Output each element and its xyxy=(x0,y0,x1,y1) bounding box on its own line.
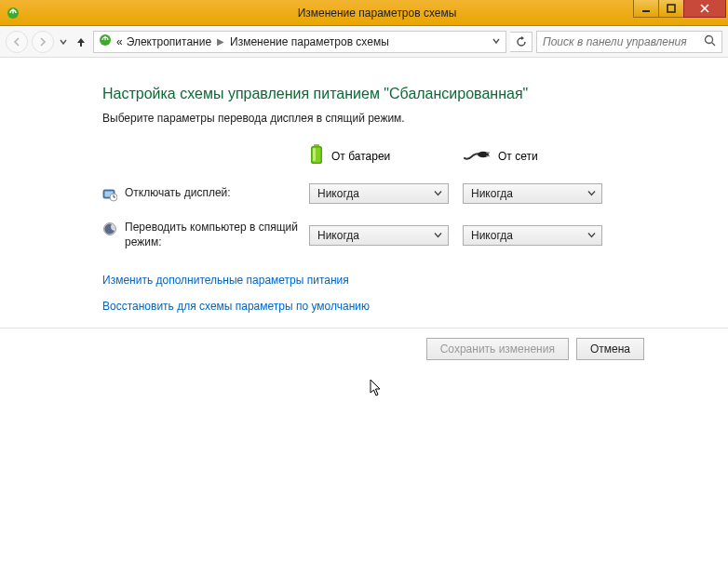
svg-rect-2 xyxy=(642,10,650,12)
column-battery: От батареи xyxy=(309,143,463,168)
breadcrumb-item-power[interactable]: Электропитание xyxy=(127,35,211,48)
plug-icon xyxy=(463,147,491,165)
maximize-button[interactable] xyxy=(658,0,684,18)
search-input[interactable] xyxy=(543,35,704,48)
display-off-plugged-value: Никогда xyxy=(471,187,513,200)
forward-button[interactable] xyxy=(32,31,54,53)
cancel-button[interactable]: Отмена xyxy=(576,338,644,360)
svg-point-6 xyxy=(706,35,713,43)
power-icon xyxy=(98,33,113,50)
display-off-battery-value: Никогда xyxy=(317,187,359,200)
breadcrumb-prefix: « xyxy=(116,35,123,48)
display-timer-icon xyxy=(102,187,117,202)
column-plugged: От сети xyxy=(463,143,616,168)
links-section: Изменить дополнительные параметры питани… xyxy=(102,274,626,313)
content-area: Настройка схемы управления питанием "Сба… xyxy=(0,58,728,313)
column-battery-label: От батареи xyxy=(331,150,390,163)
history-dropdown-icon[interactable] xyxy=(58,38,69,46)
navbar: « Электропитание ▶ Изменение параметров … xyxy=(0,26,728,58)
refresh-button[interactable] xyxy=(510,32,533,52)
breadcrumb-separator-icon: ▶ xyxy=(215,36,226,47)
row-display-off: Отключать дисплей: Никогда Никогда xyxy=(102,183,626,204)
svg-rect-13 xyxy=(486,153,490,154)
close-button[interactable] xyxy=(683,0,726,18)
sleep-plugged-select[interactable]: Никогда xyxy=(463,225,602,246)
page-heading: Настройка схемы управления питанием "Сба… xyxy=(102,86,626,102)
breadcrumb-item-edit-plan[interactable]: Изменение параметров схемы xyxy=(230,35,389,48)
search-box[interactable] xyxy=(536,31,722,53)
window-title: Изменение параметров схемы xyxy=(26,7,728,20)
app-icon xyxy=(0,6,26,20)
page-subtitle: Выберите параметры перевода дисплея в сп… xyxy=(102,112,626,125)
row-sleep: Переводить компьютер в спящий режим: Ник… xyxy=(102,221,626,249)
titlebar: Изменение параметров схемы xyxy=(0,0,728,26)
save-button[interactable]: Сохранить изменения xyxy=(426,338,569,360)
footer: Сохранить изменения Отмена xyxy=(0,328,728,360)
display-off-plugged-select[interactable]: Никогда xyxy=(463,183,602,204)
svg-rect-11 xyxy=(313,148,316,161)
sleep-plugged-value: Никогда xyxy=(471,229,513,242)
battery-icon xyxy=(309,143,324,168)
search-icon[interactable] xyxy=(704,34,716,50)
svg-line-7 xyxy=(712,42,716,46)
link-advanced-settings[interactable]: Изменить дополнительные параметры питани… xyxy=(102,274,626,287)
sleep-battery-select[interactable]: Никогда xyxy=(309,225,449,246)
chevron-down-icon xyxy=(587,229,596,242)
back-button[interactable] xyxy=(6,31,28,53)
address-dropdown-icon[interactable] xyxy=(491,37,502,47)
chevron-down-icon xyxy=(587,187,596,200)
row-display-off-label: Отключать дисплей: xyxy=(125,186,231,201)
display-off-battery-select[interactable]: Никогда xyxy=(309,183,449,204)
svg-rect-1 xyxy=(12,8,13,13)
svg-rect-5 xyxy=(104,36,105,41)
cursor-icon xyxy=(370,379,384,401)
link-restore-defaults[interactable]: Восстановить для схемы параметры по умол… xyxy=(102,300,626,313)
chevron-down-icon xyxy=(434,229,442,242)
moon-icon xyxy=(102,221,117,236)
sleep-battery-value: Никогда xyxy=(317,229,359,242)
row-sleep-label: Переводить компьютер в спящий режим: xyxy=(125,221,309,249)
chevron-down-icon xyxy=(434,187,442,200)
up-button[interactable] xyxy=(73,34,89,50)
address-bar[interactable]: « Электропитание ▶ Изменение параметров … xyxy=(93,31,506,53)
column-plugged-label: От сети xyxy=(498,150,538,163)
svg-rect-3 xyxy=(667,5,675,12)
svg-rect-14 xyxy=(486,155,490,156)
minimize-button[interactable] xyxy=(633,0,659,18)
